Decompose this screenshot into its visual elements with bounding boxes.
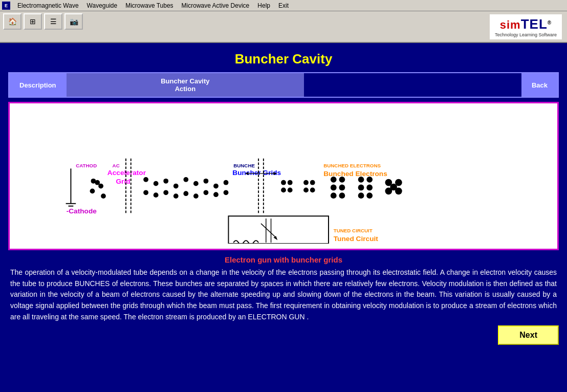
svg-point-26 [163,179,168,184]
grid-button[interactable]: ⊞ [24,13,42,30]
nav-row: Description Buncher CavityAction Back [8,72,559,98]
svg-point-46 [303,180,309,185]
svg-point-41 [224,190,229,195]
svg-point-29 [193,181,199,186]
svg-point-61 [366,192,373,199]
svg-point-28 [183,177,188,182]
svg-text:TUNED CIRCUIT: TUNED CIRCUIT [334,228,373,233]
main-content: Buncher Cavity Description Buncher Cavit… [0,43,567,349]
svg-point-31 [213,184,219,189]
svg-point-24 [143,177,148,182]
svg-point-60 [358,192,364,199]
buncher-cavity-action-button[interactable]: Buncher CavityAction [67,73,304,97]
menu-microwave-tubes[interactable]: Microwave Tubes [121,1,177,10]
svg-point-59 [366,185,373,191]
diagram-svg: CATHOD -Cathode AC Accelerator Grid BUNC… [15,108,552,244]
menu-microwave-active-device[interactable]: Microwave Active Device [178,1,254,10]
svg-point-27 [173,184,179,189]
svg-point-36 [173,193,179,199]
svg-point-25 [154,181,159,186]
svg-point-39 [204,190,209,195]
svg-text:BUNCHE: BUNCHE [233,163,255,168]
next-button[interactable]: Next [498,325,559,345]
svg-point-38 [193,193,199,199]
next-button-row: Next [8,325,559,345]
svg-text:Accelerator: Accelerator [107,169,146,177]
svg-point-54 [331,192,337,199]
menu-waveguide[interactable]: Waveguide [83,1,122,10]
svg-point-45 [288,187,293,192]
diagram-container: CATHOD -Cathode AC Accelerator Grid BUNC… [8,102,559,250]
svg-point-51 [339,177,345,183]
simtel-logo: simTEL® Technology Learning Software [490,14,562,39]
svg-point-35 [163,190,168,195]
svg-text:CATHOD: CATHOD [76,163,97,168]
svg-point-49 [310,187,315,192]
svg-point-33 [143,190,148,195]
header: 🏠 ⊞ ☰ 📷 simTEL® Technology Learning Soft… [0,11,567,43]
svg-text:AC: AC [113,163,120,168]
toolbar: 🏠 ⊞ ☰ 📷 [0,11,86,32]
svg-point-48 [303,187,309,192]
app-icon: E [2,2,10,10]
svg-point-52 [331,185,337,191]
svg-point-22 [101,193,106,199]
svg-point-53 [339,185,345,191]
description-button[interactable]: Description [9,73,67,97]
svg-point-56 [358,177,364,183]
diagram-caption: Electron gun with buncher grids [8,255,559,264]
nav-spacer [304,73,521,97]
svg-point-32 [224,180,229,185]
menu-help[interactable]: Help [253,1,274,10]
menubar: E Electromagnetic Wave Waveguide Microwa… [0,0,567,11]
svg-point-55 [339,192,345,199]
camera-button[interactable]: 📷 [64,13,83,30]
svg-point-23 [95,180,100,185]
simtel-logo-text: simTEL® [500,16,552,32]
menu-exit[interactable]: Exit [274,1,293,10]
svg-text:Tuned Circuit: Tuned Circuit [334,235,379,243]
page-title: Buncher Cavity [8,47,559,72]
svg-point-58 [358,185,364,191]
simtel-tagline: Technology Learning Software [495,32,557,37]
svg-point-40 [213,192,219,197]
svg-point-50 [331,177,337,183]
svg-text:Grid: Grid [116,178,130,185]
svg-point-21 [90,188,95,193]
svg-point-42 [281,180,286,185]
svg-text:Bunched Electrons: Bunched Electrons [323,170,387,178]
back-button[interactable]: Back [521,73,558,97]
svg-point-66 [390,184,397,191]
svg-point-34 [154,192,159,198]
svg-point-44 [281,187,286,192]
svg-text:BUNCHED ELECTRONS: BUNCHED ELECTRONS [323,163,381,168]
svg-point-30 [204,179,209,184]
svg-point-43 [288,180,293,185]
svg-point-47 [310,180,315,185]
description-text: The operation of a velocity-modulated tu… [8,267,559,322]
home-button[interactable]: 🏠 [3,13,21,30]
svg-rect-67 [228,216,329,244]
list-button[interactable]: ☰ [44,13,62,30]
svg-point-37 [183,191,188,196]
menu-electromagnetic-wave[interactable]: Electromagnetic Wave [13,1,83,10]
svg-point-57 [366,177,373,183]
svg-text:-Cathode: -Cathode [67,207,97,215]
